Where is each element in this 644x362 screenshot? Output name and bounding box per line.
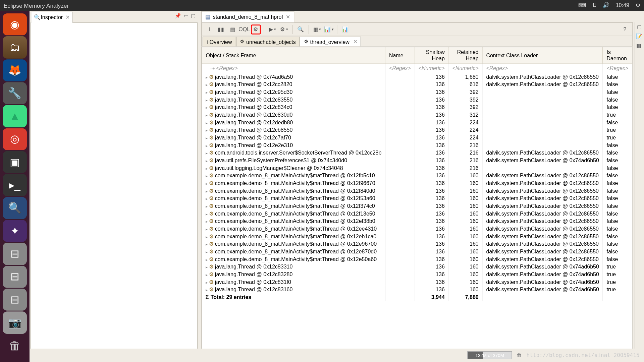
launcher-app[interactable]: ✦ xyxy=(3,220,27,242)
table-row[interactable]: ▸⚙java.lang.Thread @ 0x12c7af70136224tru… xyxy=(202,134,632,141)
run-report-button[interactable]: ▶ xyxy=(267,24,277,34)
notes-icon[interactable]: 📝 xyxy=(636,34,642,39)
table-row[interactable]: ▸⚙com.example.demo_8_mat.MainActivity$ma… xyxy=(202,194,632,202)
col-loader[interactable]: Context Class Loader xyxy=(482,47,603,64)
keyboard-icon[interactable]: ⌨ xyxy=(578,2,586,9)
help-button[interactable]: ? xyxy=(620,24,630,34)
inspector-title: Inspector xyxy=(41,14,63,21)
col-shallow[interactable]: Shallow Heap xyxy=(415,47,448,64)
close-icon[interactable]: ✕ xyxy=(286,14,290,20)
hprof-icon: ▤ xyxy=(205,14,210,20)
content-panel: ▤ standand_demo_8_mat.hprof ✕ i ▮▮ ▤ OQL… xyxy=(201,22,633,360)
launcher-drive-2[interactable]: ⊟ xyxy=(3,266,27,288)
launcher-camera[interactable]: 📷 xyxy=(3,312,27,334)
search-button[interactable]: 🔍 xyxy=(296,24,305,34)
nav-icon[interactable]: ▮▮ xyxy=(636,43,642,49)
toolbar: i ▮▮ ▤ OQL ⚙ ▶ ⚙ 🔍 ▦ 📊 📊 ? xyxy=(201,22,633,36)
thread-overview-button[interactable]: ⚙ xyxy=(251,24,261,34)
network-icon[interactable]: ⇅ xyxy=(592,2,596,9)
table-row[interactable]: ▸⚙com.example.demo_8_mat.MainActivity$ma… xyxy=(202,187,632,194)
table-row[interactable]: ▸⚙java.lang.Thread @ 0x12c95d30136392fal… xyxy=(202,88,632,96)
table-row[interactable]: ▸⚙java.util.logging.LogManager$Cleaner @… xyxy=(202,164,632,172)
table-row[interactable]: ▸⚙java.lang.Thread @ 0x12c83280136160dal… xyxy=(202,270,632,278)
file-tab-label: standand_demo_8_mat.hprof xyxy=(213,14,283,20)
table-row[interactable]: ▸⚙java.lang.Thread @ 0x12c831f0136160dal… xyxy=(202,278,632,286)
compare-button[interactable]: 📊 xyxy=(340,24,350,34)
launcher-eclipse-mat[interactable]: ▣ xyxy=(3,151,27,173)
table-row[interactable]: ▸⚙com.android.tools.ir.server.Server$Soc… xyxy=(202,149,632,157)
filter-row[interactable]: ⇢ <Regex> <Regex> <Numeric> <Numeric> <R… xyxy=(202,64,632,73)
table-row[interactable]: ▸⚙java.lang.Thread @ 0x12c83550136392fal… xyxy=(202,96,632,103)
view-tabs: iOverview ⚙unreachable_objects ⚙thread_o… xyxy=(201,36,633,47)
table-row[interactable]: ▸⚙java.lang.Thread @ 0x12dedb80136224fal… xyxy=(202,118,632,126)
table-row[interactable]: ▸⚙java.lang.Thread @ 0x12cc2820136616dal… xyxy=(202,80,632,88)
status-bar: 132M of 370M 🗑 http://blog.csdn.net/sina… xyxy=(30,349,644,362)
restore-icon[interactable]: ▢ xyxy=(637,24,641,30)
tab-unreachable[interactable]: ⚙unreachable_objects xyxy=(236,37,300,46)
thread-icon: ⚙ xyxy=(304,39,308,45)
volume-icon[interactable]: 🔊 xyxy=(603,2,609,9)
launcher-firefox[interactable]: 🦊 xyxy=(3,59,27,81)
table-row[interactable]: ▸⚙java.lang.Thread @ 0x74ad6a501361,680d… xyxy=(202,73,632,80)
table-row[interactable]: ▸⚙java.util.prefs.FileSystemPreferences$… xyxy=(202,157,632,164)
launcher-settings[interactable]: 🔧 xyxy=(3,82,27,104)
launcher-drive-1[interactable]: ⊟ xyxy=(3,243,27,265)
launcher-search[interactable]: 🔍 xyxy=(3,197,27,219)
table-row[interactable]: ▸⚙com.example.demo_8_mat.MainActivity$ma… xyxy=(202,248,632,255)
window-title: Eclipse Memory Analyzer xyxy=(4,2,69,9)
table-row[interactable]: ▸⚙com.example.demo_8_mat.MainActivity$ma… xyxy=(202,217,632,225)
maximize-icon[interactable]: ▢ xyxy=(191,13,195,19)
launcher-trash[interactable]: 🗑 xyxy=(3,335,27,357)
total-row: ΣTotal: 29 entries3,9447,880 xyxy=(202,293,632,301)
oql-button[interactable]: OQL xyxy=(239,24,249,34)
dominator-button[interactable]: ▤ xyxy=(228,24,237,34)
histogram-button[interactable]: ▮▮ xyxy=(216,24,226,34)
gc-icon[interactable]: 🗑 xyxy=(517,352,522,359)
launcher-music[interactable]: ◎ xyxy=(3,128,27,150)
pin-icon[interactable]: 📌 xyxy=(175,13,181,19)
tab-overview[interactable]: iOverview xyxy=(203,37,236,46)
calculator-button[interactable]: ▦ xyxy=(312,24,322,34)
table-row[interactable]: ▸⚙java.lang.Thread @ 0x12c83310136160dal… xyxy=(202,263,632,270)
col-daemon[interactable]: Is Daemon xyxy=(603,47,632,64)
gear-icon[interactable]: ⚙ xyxy=(636,2,641,9)
info-button[interactable]: i xyxy=(204,24,214,34)
inspector-icon: 🔍 xyxy=(34,14,41,21)
launcher-android-studio[interactable]: ▲ xyxy=(3,105,27,127)
table-row[interactable]: ▸⚙java.lang.Thread @ 0x12c834c0136392fal… xyxy=(202,103,632,111)
table-row[interactable]: ▸⚙com.example.demo_8_mat.MainActivity$ma… xyxy=(202,232,632,240)
thread-table[interactable]: Object / Stack Frame Name Shallow Heap R… xyxy=(201,47,633,360)
file-tab[interactable]: ▤ standand_demo_8_mat.hprof ✕ xyxy=(201,11,294,22)
clock[interactable]: 10:49 xyxy=(616,2,629,9)
launcher-drive-3[interactable]: ⊟ xyxy=(3,289,27,311)
table-row[interactable]: ▸⚙java.lang.Thread @ 0x12c83160136160dal… xyxy=(202,286,632,293)
inspector-panel: 🔍 Inspector ✕ 📌 ▭ ▢ ▫▫ Statics Attribute… xyxy=(31,22,198,360)
table-row[interactable]: ▸⚙com.example.demo_8_mat.MainActivity$ma… xyxy=(202,202,632,210)
tab-thread-overview[interactable]: ⚙thread_overview✕ xyxy=(300,37,361,46)
system-bar: Eclipse Memory Analyzer ⌨ ⇅ 🔊 10:49 ⚙ xyxy=(0,0,644,11)
export-button[interactable]: 📊 xyxy=(324,24,333,34)
col-retained[interactable]: Retained Heap xyxy=(448,47,482,64)
object-icon: ⚙ xyxy=(240,39,244,45)
minimize-icon[interactable]: ▭ xyxy=(184,13,188,19)
memory-meter[interactable]: 132M of 370M xyxy=(467,351,512,359)
table-row[interactable]: ▸⚙java.lang.Thread @ 0x12cb8550136224tru… xyxy=(202,126,632,134)
launcher-dash[interactable]: ◉ xyxy=(3,13,27,36)
col-name[interactable]: Name xyxy=(385,47,415,64)
table-row[interactable]: ▸⚙com.example.demo_8_mat.MainActivity$ma… xyxy=(202,209,632,217)
table-row[interactable]: ▸⚙com.example.demo_8_mat.MainActivity$ma… xyxy=(202,179,632,187)
query-button[interactable]: ⚙ xyxy=(279,24,289,34)
table-row[interactable]: ▸⚙com.example.demo_8_mat.MainActivity$ma… xyxy=(202,240,632,248)
inspector-tab[interactable]: 🔍 Inspector ✕ xyxy=(31,12,73,23)
table-row[interactable]: ▸⚙java.lang.Thread @ 0x12c830d0136312tru… xyxy=(202,111,632,119)
table-row[interactable]: ▸⚙com.example.demo_8_mat.MainActivity$ma… xyxy=(202,255,632,263)
table-row[interactable]: ▸⚙com.example.demo_8_mat.MainActivity$ma… xyxy=(202,225,632,233)
ubuntu-launcher: ◉ 🗂 🦊 🔧 ▲ ◎ ▣ ▸_ 🔍 ✦ ⊟ ⊟ ⊟ 📷 🗑 xyxy=(0,11,30,362)
launcher-files[interactable]: 🗂 xyxy=(3,36,27,58)
col-object[interactable]: Object / Stack Frame xyxy=(202,47,385,64)
close-icon[interactable]: ✕ xyxy=(65,14,70,21)
launcher-terminal[interactable]: ▸_ xyxy=(3,174,27,196)
table-row[interactable]: ▸⚙java.lang.Thread @ 0x12e2e310136216fal… xyxy=(202,141,632,149)
table-row[interactable]: ▸⚙com.example.demo_8_mat.MainActivity$ma… xyxy=(202,172,632,179)
close-icon[interactable]: ✕ xyxy=(353,39,357,45)
